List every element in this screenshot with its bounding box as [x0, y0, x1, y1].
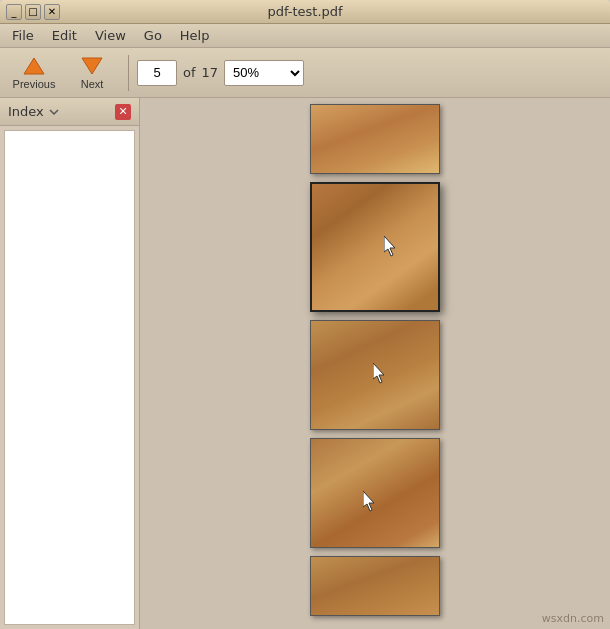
svg-marker-3	[373, 363, 384, 383]
menu-help[interactable]: Help	[172, 26, 218, 45]
svg-marker-2	[384, 236, 395, 256]
next-label: Next	[81, 78, 104, 90]
titlebar: _ □ ✕ pdf-test.pdf	[0, 0, 610, 24]
page-of-label: of	[183, 65, 196, 80]
cursor-icon	[373, 363, 387, 385]
pdf-page-partial-bottom	[310, 556, 440, 616]
next-button[interactable]: Next	[64, 52, 120, 94]
previous-button[interactable]: Previous	[6, 52, 62, 94]
sidebar-header: Index ✕	[0, 98, 139, 126]
next-icon	[80, 56, 104, 76]
watermark: wsxdn.com	[542, 612, 604, 625]
menu-file[interactable]: File	[4, 26, 42, 45]
sidebar-content	[4, 130, 135, 625]
sidebar-title-wrap: Index	[8, 104, 60, 119]
svg-marker-4	[363, 491, 374, 511]
menu-view[interactable]: View	[87, 26, 134, 45]
pdf-page-2[interactable]	[310, 182, 440, 312]
nav-buttons: Previous Next	[6, 52, 120, 94]
menu-go[interactable]: Go	[136, 26, 170, 45]
previous-label: Previous	[13, 78, 56, 90]
menu-edit[interactable]: Edit	[44, 26, 85, 45]
maximize-button[interactable]: □	[25, 4, 41, 20]
document-viewer[interactable]	[140, 98, 610, 629]
svg-marker-0	[24, 58, 44, 74]
sidebar-close-button[interactable]: ✕	[115, 104, 131, 120]
pdf-page-3[interactable]	[310, 320, 440, 430]
previous-icon	[22, 56, 46, 76]
menubar: File Edit View Go Help	[0, 24, 610, 48]
cursor-icon	[363, 491, 377, 513]
page-number-input[interactable]: 5	[137, 60, 177, 86]
minimize-button[interactable]: _	[6, 4, 22, 20]
page-navigation: 5 of 17 25% 50% 75% 100% 125% 150% 200%	[137, 60, 304, 86]
chevron-down-icon	[48, 106, 60, 118]
toolbar: Previous Next 5 of 17 25% 50% 75% 100% 1…	[0, 48, 610, 98]
cursor-icon	[384, 236, 398, 258]
close-button[interactable]: ✕	[44, 4, 60, 20]
pdf-page-partial-top	[310, 104, 440, 174]
svg-marker-1	[82, 58, 102, 74]
page-total: 17	[202, 65, 219, 80]
window-title: pdf-test.pdf	[66, 4, 544, 19]
toolbar-separator	[128, 55, 129, 91]
sidebar: Index ✕	[0, 98, 140, 629]
zoom-select[interactable]: 25% 50% 75% 100% 125% 150% 200%	[224, 60, 304, 86]
pdf-page-4[interactable]	[310, 438, 440, 548]
sidebar-title-text: Index	[8, 104, 44, 119]
main-area: Index ✕	[0, 98, 610, 629]
